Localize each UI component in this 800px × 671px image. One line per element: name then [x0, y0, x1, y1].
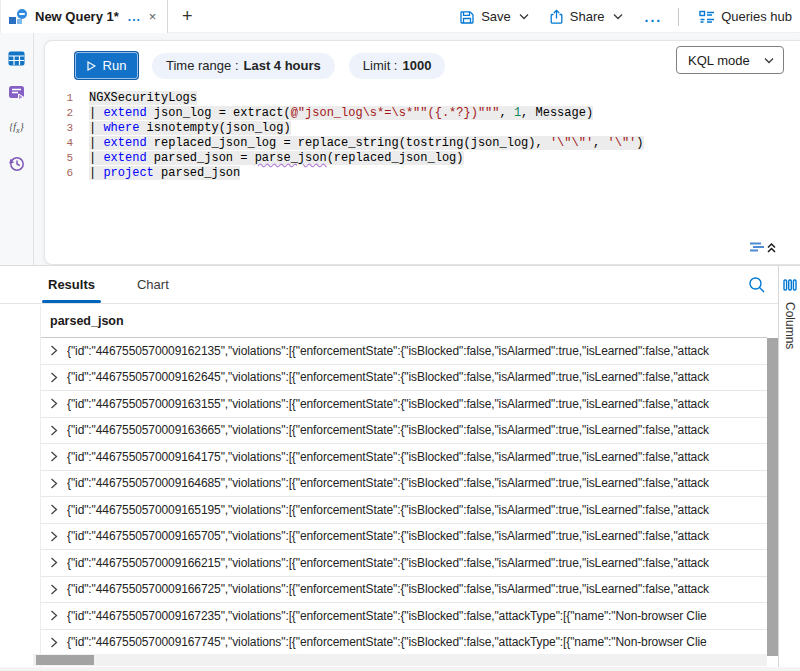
chevron-right-icon	[50, 610, 58, 621]
table-row[interactable]: {"id":"4467550570009165705","violations"…	[41, 524, 767, 551]
tab-results[interactable]: Results	[48, 266, 95, 303]
chevron-right-icon	[50, 531, 58, 542]
new-tab-button[interactable]: +	[182, 5, 193, 27]
collapse-editor-icon	[748, 240, 776, 255]
chevron-down-icon	[613, 13, 623, 20]
run-play-icon	[87, 61, 96, 71]
expand-row-button[interactable]	[41, 451, 67, 462]
line-number: 3	[45, 122, 89, 134]
expand-row-button[interactable]	[41, 372, 67, 383]
line-number: 4	[45, 137, 89, 149]
row-json-text: {"id":"4467550570009165195","violations"…	[67, 503, 767, 517]
chevron-right-icon	[50, 372, 58, 383]
limit-picker[interactable]: Limit : 1000	[349, 53, 446, 79]
code-line[interactable]: 3 | where isnotempty(json_log)	[45, 120, 800, 135]
tab-chart[interactable]: Chart	[137, 266, 169, 303]
chevron-down-icon	[764, 57, 774, 64]
table-row[interactable]: {"id":"4467550570009162645","violations"…	[41, 365, 767, 392]
code-text: | extend parsed_json = parse_json(replac…	[89, 151, 464, 165]
columns-side-panel: Columns	[778, 266, 800, 671]
kusto-explorer-app: New Query 1* ... × + Save Share ... Quer…	[0, 0, 800, 671]
tab-more-icon[interactable]: ...	[128, 10, 141, 24]
kql-mode-select[interactable]: KQL mode	[676, 46, 784, 74]
chevron-down-icon	[519, 13, 529, 20]
columns-panel-label[interactable]: Columns	[783, 302, 797, 349]
horizontal-scrollbar[interactable]	[33, 654, 767, 666]
table-row[interactable]: {"id":"4467550570009164175","violations"…	[41, 444, 767, 471]
code-text: NGXSecurityLogs	[89, 91, 197, 105]
vertical-scrollbar-thumb[interactable]	[767, 338, 778, 656]
query-tab[interactable]: New Query 1* ... ×	[0, 0, 168, 33]
columns-icon[interactable]	[783, 279, 797, 291]
row-json-text: {"id":"4467550570009163665","violations"…	[67, 423, 767, 437]
expand-row-button[interactable]	[41, 531, 67, 542]
query-tab-title: New Query 1*	[35, 9, 119, 24]
table-row[interactable]: {"id":"4467550570009165195","violations"…	[41, 497, 767, 524]
table-row[interactable]: {"id":"4467550570009167235","violations"…	[41, 603, 767, 630]
run-label: Run	[103, 58, 127, 73]
chevron-right-icon	[50, 398, 58, 409]
run-button[interactable]: Run	[75, 52, 138, 79]
table-row[interactable]: {"id":"4467550570009166215","violations"…	[41, 550, 767, 577]
code-line[interactable]: 2 | extend json_log = extract(@"json_log…	[45, 105, 800, 120]
expand-row-button[interactable]	[41, 478, 67, 489]
line-number: 5	[45, 152, 89, 164]
code-text: | project parsed_json	[89, 166, 240, 180]
queries-hub-button[interactable]: Queries hub	[699, 9, 792, 24]
row-json-text: {"id":"4467550570009166215","violations"…	[67, 556, 767, 570]
code-line[interactable]: 6 | project parsed_json	[45, 165, 800, 180]
share-button[interactable]: Share	[549, 9, 623, 25]
query-code-editor[interactable]: 1 NGXSecurityLogs 2 | extend json_log = …	[45, 90, 800, 180]
expand-row-button[interactable]	[41, 584, 67, 595]
kql-mode-value: KQL mode	[688, 53, 750, 68]
chevron-right-icon	[50, 504, 58, 515]
history-icon[interactable]	[8, 154, 26, 172]
tab-close-icon[interactable]: ×	[149, 9, 157, 24]
table-row[interactable]: {"id":"4467550570009163155","violations"…	[41, 391, 767, 418]
time-range-picker[interactable]: Time range : Last 4 hours	[152, 53, 335, 79]
expand-row-button[interactable]	[41, 398, 67, 409]
chevron-right-icon	[50, 478, 58, 489]
limit-label: Limit :	[363, 58, 398, 73]
vertical-scrollbar[interactable]	[767, 338, 778, 656]
chevron-right-icon	[50, 637, 58, 648]
search-button[interactable]	[748, 276, 766, 298]
limit-value: 1000	[402, 58, 431, 73]
query-workspace: {fx} Run Time range : Last 4 hours Limit…	[0, 33, 800, 265]
horizontal-scrollbar-thumb[interactable]	[36, 655, 94, 665]
table-view-icon[interactable]	[8, 49, 26, 67]
code-text: | extend replaced_json_log = replace_str…	[89, 136, 644, 150]
code-line[interactable]: 5 | extend parsed_json = parse_json(repl…	[45, 150, 800, 165]
table-row[interactable]: {"id":"4467550570009162135","violations"…	[41, 338, 767, 365]
query-toolbar: Run Time range : Last 4 hours Limit : 10…	[45, 41, 800, 79]
adx-logo-icon	[9, 9, 27, 25]
table-row[interactable]: {"id":"4467550570009167745","violations"…	[41, 630, 767, 657]
save-button[interactable]: Save	[459, 9, 529, 25]
expand-row-button[interactable]	[41, 637, 67, 648]
table-row[interactable]: {"id":"4467550570009163665","violations"…	[41, 418, 767, 445]
expand-row-button[interactable]	[41, 610, 67, 621]
top-tab-bar: New Query 1* ... × + Save Share ... Quer…	[0, 0, 800, 33]
column-header-parsed-json[interactable]: parsed_json	[41, 305, 767, 338]
functions-icon[interactable]: {fx}	[8, 119, 26, 137]
expand-row-button[interactable]	[41, 425, 67, 436]
grid-body: {"id":"4467550570009162135","violations"…	[41, 338, 767, 656]
divider	[678, 8, 679, 26]
table-row[interactable]: {"id":"4467550570009164685","violations"…	[41, 471, 767, 498]
code-line[interactable]: 1 NGXSecurityLogs	[45, 90, 800, 105]
line-number: 2	[45, 107, 89, 119]
collapse-editor-button[interactable]	[748, 240, 776, 259]
search-icon	[748, 276, 766, 294]
left-sidebar: {fx}	[0, 33, 34, 265]
row-json-text: {"id":"4467550570009162645","violations"…	[67, 370, 767, 384]
expand-row-button[interactable]	[41, 557, 67, 568]
more-commands-icon[interactable]: ...	[645, 9, 663, 25]
query-results-icon[interactable]	[8, 84, 26, 102]
chevron-right-icon	[50, 345, 58, 356]
chevron-right-icon	[50, 557, 58, 568]
row-json-text: {"id":"4467550570009166725","violations"…	[67, 582, 767, 596]
expand-row-button[interactable]	[41, 504, 67, 515]
table-row[interactable]: {"id":"4467550570009166725","violations"…	[41, 577, 767, 604]
expand-row-button[interactable]	[41, 345, 67, 356]
code-line[interactable]: 4 | extend replaced_json_log = replace_s…	[45, 135, 800, 150]
